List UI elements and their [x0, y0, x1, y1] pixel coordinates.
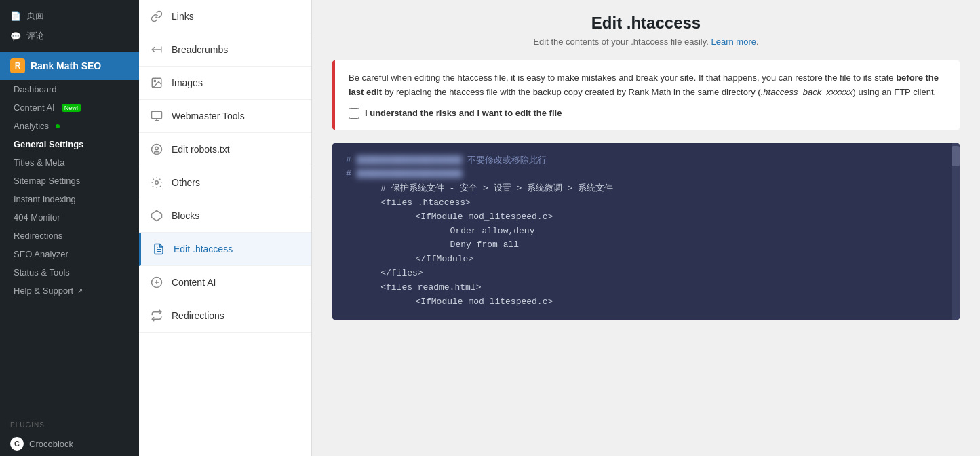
sidebar-item-titles-meta[interactable]: Titles & Meta — [0, 153, 139, 172]
rm-menu-item-blocks[interactable]: Blocks — [139, 200, 311, 233]
status-tools-label: Status & Tools — [14, 267, 70, 278]
warning-text: Be careful when editing the htaccess fil… — [349, 71, 946, 100]
others-label: Others — [172, 177, 200, 188]
analytics-dot — [56, 124, 60, 128]
sidebar-item-status-tools[interactable]: Status & Tools — [0, 263, 139, 282]
warning-text-before: Be careful when editing the htaccess fil… — [349, 73, 896, 83]
rm-menu-item-edit-htaccess[interactable]: Edit .htaccess — [139, 233, 311, 266]
code-line-6: Order allow,deny — [346, 225, 946, 239]
help-support-label: Help & Support — [14, 286, 73, 296]
code-line-11: <IfModule mod_litespeed.c> — [346, 295, 946, 309]
links-label: Links — [172, 11, 194, 22]
page-title: Edit .htaccess — [332, 14, 960, 33]
code-line-3: # 保护系统文件 - 安全 > 设置 > 系统微调 > 系统文件 — [346, 182, 946, 196]
pages-icon: 📄 — [10, 11, 21, 21]
warning-text-end: ) using an FTP client. — [853, 87, 937, 97]
breadcrumbs-label: Breadcrumbs — [172, 44, 228, 55]
edit-robots-icon — [150, 142, 163, 156]
rm-menu-item-webmaster-tools[interactable]: Webmaster Tools — [139, 100, 311, 133]
rm-menu-item-edit-robots[interactable]: Edit robots.txt — [139, 133, 311, 166]
sidebar-item-dashboard[interactable]: Dashboard — [0, 80, 139, 98]
blocks-icon — [150, 209, 163, 223]
sidebar-item-sitemap[interactable]: Sitemap Settings — [0, 172, 139, 190]
webmaster-tools-label: Webmaster Tools — [172, 111, 245, 121]
sidebar-item-pages[interactable]: 📄 页面 — [0, 5, 139, 26]
dashboard-label: Dashboard — [14, 84, 57, 94]
redirections-label: Redirections — [14, 231, 62, 241]
sidebar-item-rank-math[interactable]: R Rank Math SEO — [0, 52, 139, 80]
sidebar-item-general-settings[interactable]: General Settings — [0, 135, 139, 153]
code-line-10: <files readme.html> — [346, 281, 946, 295]
crocoblock-icon: C — [10, 437, 24, 451]
comments-label: 评论 — [26, 30, 44, 42]
understand-checkbox[interactable] — [349, 108, 359, 119]
learn-more-link[interactable]: Learn more — [711, 37, 756, 47]
warning-box: Be careful when editing the htaccess fil… — [332, 60, 960, 130]
blocks-label: Blocks — [172, 210, 199, 221]
others-icon — [150, 176, 163, 189]
code-content: # ████████████████████ 不要修改或移除此行 # █████… — [332, 143, 960, 320]
sidebar-item-analytics[interactable]: Analytics — [0, 117, 139, 135]
redirections-label: Redirections — [172, 310, 224, 321]
code-scrollbar[interactable] — [952, 143, 960, 320]
images-icon — [150, 76, 163, 90]
images-label: Images — [172, 77, 203, 88]
sidebar-item-crocoblock[interactable]: C Crocoblock — [0, 432, 139, 456]
sitemap-label: Sitemap Settings — [14, 176, 80, 186]
rm-menu-item-breadcrumbs[interactable]: Breadcrumbs — [139, 33, 311, 66]
code-line-2: # ████████████████████ — [346, 168, 946, 182]
sidebar-item-help-support[interactable]: Help & Support ↗ — [0, 282, 139, 300]
page-subtitle: Edit the contents of your .htaccess file… — [332, 37, 960, 47]
sidebar-item-redirections[interactable]: Redirections — [0, 227, 139, 245]
scrollbar-thumb — [952, 146, 960, 166]
warning-text-after: by replacing the htaccess file with the … — [382, 87, 761, 97]
code-line-7: Deny from all — [346, 238, 946, 252]
rank-math-sidebar: Links Breadcrumbs Images — [139, 0, 312, 456]
rm-menu-item-others[interactable]: Others — [139, 166, 311, 200]
code-line-4: <files .htaccess> — [346, 196, 946, 210]
code-line-1: # ████████████████████ 不要修改或移除此行 — [346, 154, 946, 168]
understand-checkbox-label[interactable]: I understand the risks and I want to edi… — [365, 108, 562, 118]
content-ai-label: Content AI — [14, 102, 55, 113]
rm-menu-item-redirections[interactable]: Redirections — [139, 299, 311, 332]
edit-htaccess-icon — [152, 242, 165, 256]
main-content: Edit .htaccess Edit the contents of your… — [312, 0, 980, 456]
rm-menu-item-links[interactable]: Links — [139, 0, 311, 33]
code-line-8: </IfModule> — [346, 252, 946, 267]
breadcrumbs-icon — [150, 43, 163, 56]
general-settings-label: General Settings — [14, 139, 83, 149]
svg-rect-4 — [152, 111, 162, 119]
svg-marker-10 — [152, 211, 162, 221]
content-ai-label: Content AI — [172, 277, 216, 288]
plugins-section-label: PLUGINS — [0, 417, 139, 432]
rm-menu-item-content-ai[interactable]: Content AI — [139, 266, 311, 299]
pages-label: 页面 — [26, 10, 44, 22]
crocoblock-label: Crocoblock — [29, 439, 73, 449]
404-monitor-label: 404 Monitor — [14, 212, 60, 223]
understand-checkbox-row: I understand the risks and I want to edi… — [349, 108, 946, 119]
links-icon — [150, 10, 163, 23]
sidebar-item-seo-analyzer[interactable]: SEO Analyzer — [0, 245, 139, 263]
rank-math-label: Rank Math SEO — [31, 60, 101, 71]
new-badge: New! — [62, 104, 81, 112]
sidebar-item-comments[interactable]: 💬 评论 — [0, 26, 139, 46]
wp-admin-sidebar: 📄 页面 💬 评论 R Rank Math SEO Dashboard Cont… — [0, 0, 139, 456]
webmaster-tools-icon — [150, 109, 163, 123]
sidebar-item-404-monitor[interactable]: 404 Monitor — [0, 208, 139, 227]
analytics-label: Analytics — [14, 121, 49, 131]
redirections-icon — [150, 309, 163, 322]
rm-menu-item-images[interactable]: Images — [139, 66, 311, 100]
sidebar-item-instant-indexing[interactable]: Instant Indexing — [0, 190, 139, 208]
content-ai-icon — [150, 276, 163, 289]
sidebar-item-content-ai[interactable]: Content AI New! — [0, 98, 139, 117]
svg-point-3 — [154, 80, 155, 81]
edit-htaccess-label: Edit .htaccess — [174, 244, 233, 254]
code-editor[interactable]: # ████████████████████ 不要修改或移除此行 # █████… — [332, 143, 960, 320]
edit-robots-label: Edit robots.txt — [172, 144, 230, 155]
seo-analyzer-label: SEO Analyzer — [14, 249, 68, 259]
warning-italic: .htaccess_back_xxxxxx — [761, 87, 853, 97]
external-link-icon: ↗ — [77, 287, 83, 294]
titles-meta-label: Titles & Meta — [14, 157, 64, 168]
rank-math-logo: R — [10, 58, 25, 73]
svg-point-9 — [155, 181, 159, 185]
